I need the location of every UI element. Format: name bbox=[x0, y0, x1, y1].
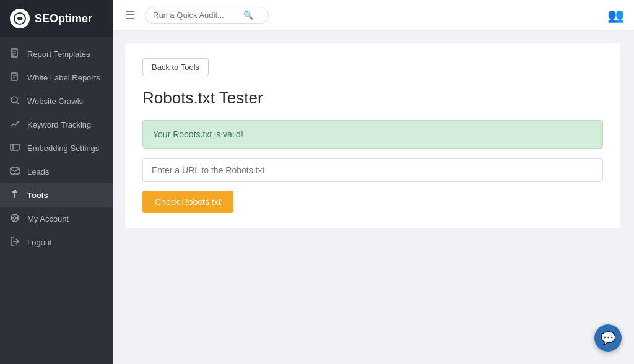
sidebar-item-label: Embedding Settings bbox=[27, 144, 99, 153]
sidebar-item-label: Tools bbox=[27, 191, 48, 200]
website-crawls-icon bbox=[10, 95, 21, 106]
sidebar-item-website-crawls[interactable]: Website Crawls bbox=[0, 89, 113, 113]
sidebar-item-embedding-settings[interactable]: Embedding Settings bbox=[0, 136, 113, 160]
users-icon[interactable]: 👥 bbox=[607, 7, 624, 23]
topbar: ☰ 🔍 👥 bbox=[113, 0, 634, 31]
search-input[interactable] bbox=[153, 11, 240, 20]
search-bar: 🔍 bbox=[145, 7, 269, 24]
svg-rect-5 bbox=[11, 73, 17, 80]
sidebar-item-report-templates[interactable]: Report Templates bbox=[0, 42, 113, 66]
sidebar-item-label: White Label Reports bbox=[27, 73, 100, 82]
logout-icon bbox=[10, 236, 21, 248]
url-input[interactable] bbox=[142, 158, 603, 182]
sidebar-item-label: Website Crawls bbox=[27, 97, 83, 106]
hamburger-button[interactable]: ☰ bbox=[123, 6, 137, 25]
svg-line-7 bbox=[17, 102, 19, 104]
logo-icon bbox=[10, 9, 30, 28]
topbar-right: 👥 bbox=[607, 7, 624, 24]
sidebar-item-label: Report Templates bbox=[27, 50, 90, 59]
back-to-tools-button[interactable]: Back to Tools bbox=[142, 58, 209, 76]
chat-icon: 💬 bbox=[601, 331, 616, 345]
chat-bubble[interactable]: 💬 bbox=[594, 324, 622, 352]
sidebar-item-keyword-tracking[interactable]: Keyword Tracking bbox=[0, 113, 113, 136]
svg-rect-8 bbox=[11, 144, 19, 150]
search-icon: 🔍 bbox=[243, 11, 253, 20]
success-banner: Your Robots.txt is valid! bbox=[142, 120, 603, 149]
sidebar-item-label: Leads bbox=[27, 167, 49, 176]
sidebar-item-label: Logout bbox=[27, 238, 52, 247]
sidebar-item-my-account[interactable]: My Account bbox=[0, 207, 113, 230]
report-templates-icon bbox=[10, 48, 21, 59]
sidebar-item-label: Keyword Tracking bbox=[27, 120, 91, 129]
embedding-settings-icon bbox=[10, 142, 21, 154]
leads-icon bbox=[10, 166, 21, 177]
sidebar-nav: Report Templates White Label Reports Web… bbox=[0, 37, 113, 259]
check-robots-button[interactable]: Check Robots.txt bbox=[142, 191, 233, 213]
svg-point-6 bbox=[11, 97, 17, 103]
brand-name: SEOptimer bbox=[35, 12, 92, 25]
page-title: Robots.txt Tester bbox=[142, 89, 603, 108]
sidebar-item-label: My Account bbox=[27, 214, 69, 223]
sidebar-item-white-label-reports[interactable]: White Label Reports bbox=[0, 66, 113, 89]
keyword-tracking-icon bbox=[10, 119, 21, 130]
logo[interactable]: SEOptimer bbox=[0, 0, 113, 37]
main-area: ☰ 🔍 👥 Back to Tools Robots.txt Tester Yo… bbox=[113, 0, 634, 364]
my-account-icon bbox=[10, 213, 21, 224]
main-card: Back to Tools Robots.txt Tester Your Rob… bbox=[125, 43, 620, 228]
tools-icon bbox=[10, 189, 21, 201]
svg-point-15 bbox=[14, 217, 16, 219]
sidebar-item-logout[interactable]: Logout bbox=[0, 230, 113, 254]
sidebar-item-tools[interactable]: Tools bbox=[0, 183, 113, 207]
white-label-reports-icon bbox=[10, 72, 21, 83]
sidebar: SEOptimer Report Templates White Label R… bbox=[0, 0, 113, 364]
svg-rect-10 bbox=[11, 168, 19, 174]
sidebar-item-leads[interactable]: Leads bbox=[0, 160, 113, 183]
content-area: Back to Tools Robots.txt Tester Your Rob… bbox=[113, 31, 634, 364]
